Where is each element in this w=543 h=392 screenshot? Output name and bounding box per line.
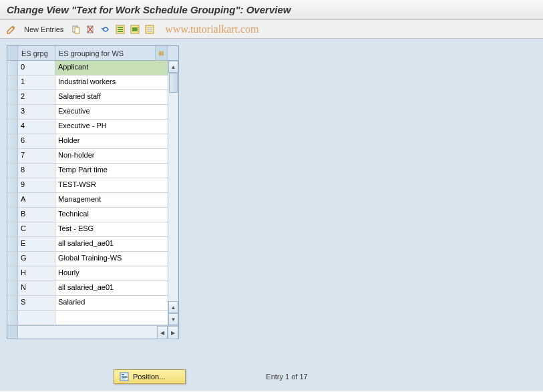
table-row[interactable]: 2Salaried staff: [7, 90, 168, 105]
cell-grpg[interactable]: B: [18, 208, 55, 222]
scroll-down-icon[interactable]: ▲: [168, 301, 178, 313]
table-row[interactable]: 7Non-holder: [7, 149, 168, 164]
table-footer: ◀ ▶: [7, 325, 178, 339]
copy-icon[interactable]: [70, 23, 82, 35]
cell-grpg[interactable]: A: [18, 193, 55, 207]
cell-grpg[interactable]: 6: [18, 134, 55, 148]
cell-grpg[interactable]: 2: [18, 90, 55, 104]
row-selector[interactable]: [7, 252, 18, 266]
cell-grpg[interactable]: 4: [18, 120, 55, 134]
cell-desc[interactable]: all salaried_ae01: [55, 281, 168, 295]
table-row[interactable]: Eall salaried_ae01: [7, 237, 168, 252]
column-header-desc[interactable]: ES grouping for WS: [55, 46, 156, 60]
cell-desc[interactable]: Technical: [55, 208, 168, 222]
table-row[interactable]: 6Holder: [7, 134, 168, 149]
row-selector[interactable]: [7, 266, 18, 280]
cell-desc[interactable]: TEST-WSR: [55, 178, 168, 192]
hscroll-track[interactable]: [18, 326, 157, 339]
cell-desc[interactable]: Applicant: [55, 61, 168, 75]
row-selector[interactable]: [7, 208, 18, 222]
table-row[interactable]: 0Applicant: [7, 61, 168, 75]
row-selector[interactable]: [7, 105, 18, 119]
row-selector[interactable]: [7, 61, 18, 75]
deselect-all-icon[interactable]: [144, 23, 156, 35]
table-row[interactable]: Nall salaried_ae01: [7, 281, 168, 296]
scroll-up-icon[interactable]: ▲: [168, 61, 178, 73]
table-row[interactable]: SSalaried: [7, 296, 168, 311]
select-all-icon[interactable]: [114, 23, 126, 35]
footer-corner: [7, 326, 18, 339]
cell-grpg[interactable]: 0: [18, 61, 55, 75]
select-block-icon[interactable]: [129, 23, 141, 35]
table-row[interactable]: 4Executive - PH: [7, 120, 168, 134]
svg-rect-10: [132, 27, 138, 31]
cell-grpg[interactable]: 1: [18, 75, 55, 89]
delete-icon[interactable]: [85, 23, 97, 35]
bottom-bar: Position... Entry 1 of 17: [114, 369, 308, 384]
cell-desc[interactable]: Executive - PH: [55, 120, 168, 134]
cell-grpg[interactable]: 3: [18, 105, 55, 119]
cell-desc[interactable]: all salaried_ae01: [55, 237, 168, 251]
row-selector[interactable]: [7, 149, 18, 163]
cell-desc[interactable]: Non-holder: [55, 149, 168, 163]
cell-desc[interactable]: Global Training-WS: [55, 252, 168, 266]
row-selector[interactable]: [7, 281, 18, 295]
cell-desc[interactable]: Industrial workers: [55, 75, 168, 89]
row-select-header[interactable]: [7, 46, 18, 60]
svg-rect-15: [160, 51, 161, 53]
svg-rect-20: [122, 374, 124, 375]
new-entries-button[interactable]: New Entries: [24, 25, 63, 33]
cell-grpg[interactable]: S: [18, 296, 55, 310]
cell-desc[interactable]: Temp Part time: [55, 164, 168, 178]
cell-grpg[interactable]: 7: [18, 149, 55, 163]
cell-desc[interactable]: Management: [55, 193, 168, 207]
row-selector[interactable]: [7, 296, 18, 310]
cell-desc[interactable]: Hourly: [55, 266, 168, 280]
cell-grpg[interactable]: 9: [18, 178, 55, 192]
table-config-icon[interactable]: [156, 46, 168, 60]
cell-grpg[interactable]: H: [18, 266, 55, 280]
row-selector[interactable]: [7, 164, 18, 178]
cell-grpg[interactable]: 8: [18, 164, 55, 178]
cell-desc[interactable]: Test - ESG: [55, 222, 168, 236]
scroll-track[interactable]: [168, 73, 178, 301]
row-selector: [7, 311, 18, 325]
row-selector[interactable]: [7, 134, 18, 148]
scroll-right-icon[interactable]: ▶: [168, 326, 178, 339]
cell-grpg[interactable]: E: [18, 237, 55, 251]
table-row[interactable]: HHourly: [7, 266, 168, 281]
scroll-left-icon[interactable]: ◀: [157, 326, 168, 339]
row-selector[interactable]: [7, 90, 18, 104]
cell-desc[interactable]: Executive: [55, 105, 168, 119]
table-row[interactable]: 8Temp Part time: [7, 164, 168, 178]
cell-grpg[interactable]: C: [18, 222, 55, 236]
entry-status: Entry 1 of 17: [266, 373, 307, 381]
svg-rect-16: [162, 51, 163, 53]
table-row[interactable]: AManagement: [7, 193, 168, 208]
row-selector[interactable]: [7, 178, 18, 192]
cell-desc[interactable]: Salaried staff: [55, 90, 168, 104]
cell-grpg[interactable]: G: [18, 252, 55, 266]
vertical-scrollbar[interactable]: ▲ ▲ ▼: [168, 61, 178, 325]
table-row[interactable]: 1Industrial workers: [7, 75, 168, 90]
table-row[interactable]: 3Executive: [7, 105, 168, 120]
cell-grpg[interactable]: N: [18, 281, 55, 295]
scroll-down2-icon[interactable]: ▼: [168, 313, 178, 325]
cell-desc[interactable]: Salaried: [55, 296, 168, 310]
position-button[interactable]: Position...: [114, 369, 186, 384]
table-row[interactable]: 9TEST-WSR: [7, 178, 168, 193]
row-selector[interactable]: [7, 120, 18, 134]
svg-rect-21: [122, 376, 127, 377]
table-row[interactable]: GGlobal Training-WS: [7, 252, 168, 266]
table-row[interactable]: CTest - ESG: [7, 222, 168, 237]
row-selector[interactable]: [7, 193, 18, 207]
row-selector[interactable]: [7, 75, 18, 89]
edit-icon[interactable]: [5, 23, 17, 35]
scroll-thumb[interactable]: [169, 73, 178, 93]
column-header-grpg[interactable]: ES grpg: [18, 46, 55, 60]
undo-icon[interactable]: [100, 23, 112, 35]
cell-desc[interactable]: Holder: [55, 134, 168, 148]
row-selector[interactable]: [7, 237, 18, 251]
row-selector[interactable]: [7, 222, 18, 236]
table-row[interactable]: BTechnical: [7, 208, 168, 222]
